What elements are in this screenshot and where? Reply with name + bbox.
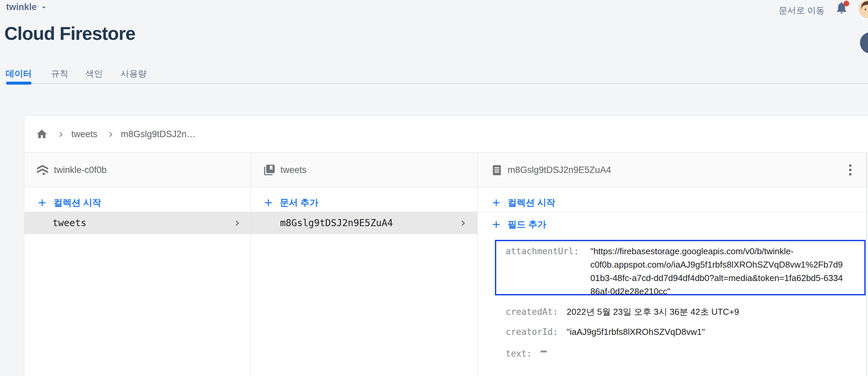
field-value: 2022년 5월 23일 오후 3시 36분 42초 UTC+9 (567, 306, 739, 318)
column-divider (251, 153, 251, 376)
document-column-header: m8Gslg9tDSJ2n9E5ZuA4 (477, 153, 868, 187)
active-tab-indicator (6, 82, 31, 85)
scrollbar-track[interactable] (866, 153, 867, 376)
breadcrumb: tweets m8Gslg9tDSJ2n… (24, 116, 868, 153)
tab-data[interactable]: 데이터 (6, 68, 32, 80)
plus-icon (491, 197, 502, 209)
project-name: twinkle (6, 2, 37, 12)
plus-icon (36, 197, 48, 209)
divider (477, 212, 868, 212)
start-collection-label: 컬렉션 시작 (54, 197, 101, 209)
help-fab-button[interactable] (860, 32, 868, 54)
add-document-label: 문서 추가 (280, 197, 318, 209)
chevron-right-icon (232, 218, 243, 228)
collection-column-header: tweets (251, 153, 477, 187)
chevron-right-icon (458, 218, 468, 228)
breadcrumb-collection[interactable]: tweets (71, 129, 97, 139)
column-divider (477, 153, 477, 376)
collections-bookmark-icon (263, 164, 276, 176)
tabs-divider (6, 83, 868, 84)
tab-usage[interactable]: 사용량 (121, 68, 147, 80)
firestore-icon (36, 163, 49, 177)
kebab-menu-icon[interactable] (848, 164, 852, 177)
collection-row-label: tweets (53, 217, 86, 228)
database-column-header: twinkle-c0f0b (24, 153, 251, 187)
field-value: "iaAJ9g5f1rbfs8lXROhSZVqD8vw1" (567, 327, 705, 337)
field-createdat[interactable]: createdAt: 2022년 5월 23일 오후 3시 36분 42초 UT… (506, 305, 739, 318)
chevron-right-icon (106, 129, 116, 139)
field-value: "" (540, 349, 547, 359)
start-collection-button-document[interactable]: 컬렉션 시작 (491, 197, 555, 209)
chevron-right-icon (56, 129, 66, 139)
field-attachmenturl[interactable]: attachmentUrl: "https://firebasestorage.… (495, 240, 866, 295)
go-to-document-button[interactable]: 문서로 이동 (779, 5, 825, 17)
start-collection-button[interactable]: 컬렉션 시작 (36, 197, 101, 209)
field-key: text: (506, 347, 532, 360)
field-text[interactable]: text: "" (506, 347, 547, 360)
tab-rules[interactable]: 규칙 (51, 68, 68, 80)
firestore-console: twinkle 문서로 이동 Cloud Firestore 데이터 규칙 색인… (0, 0, 868, 376)
tab-indexes[interactable]: 색인 (85, 68, 103, 80)
add-document-button[interactable]: 문서 추가 (263, 197, 318, 209)
field-key: creatorId: (506, 325, 558, 339)
breadcrumb-document[interactable]: m8Gslg9tDSJ2n… (121, 129, 196, 139)
start-collection-label: 컬렉션 시작 (507, 197, 555, 209)
database-title: twinkle-c0f0b (54, 165, 107, 175)
add-field-label: 필드 추가 (507, 218, 547, 230)
firestore-data-panel: tweets m8Gslg9tDSJ2n… twinkle-c0f0b (24, 116, 868, 376)
field-key: createdAt: (506, 305, 558, 318)
caret-down-icon (39, 3, 48, 12)
page-title: Cloud Firestore (4, 23, 135, 44)
field-value: "https://firebasestorage.googleapis.com/… (590, 245, 863, 298)
document-row-label: m8Gslg9tDSJ2n9E5ZuA4 (280, 217, 393, 228)
collection-title: tweets (280, 165, 307, 175)
project-switcher[interactable]: twinkle (6, 2, 48, 12)
document-title: m8Gslg9tDSJ2n9E5ZuA4 (507, 165, 611, 175)
user-avatar[interactable] (859, 0, 868, 18)
collection-list-item[interactable]: tweets (24, 212, 251, 234)
plus-icon (491, 219, 502, 230)
field-key: attachmentUrl: (506, 245, 579, 298)
plus-icon (263, 197, 274, 209)
add-field-button[interactable]: 필드 추가 (491, 218, 547, 230)
notification-badge (844, 1, 849, 6)
document-icon (490, 164, 503, 176)
field-creatorid[interactable]: creatorId: "iaAJ9g5f1rbfs8lXROhSZVqD8vw1… (506, 325, 705, 339)
home-icon[interactable] (36, 128, 48, 140)
notifications-button[interactable] (835, 1, 849, 15)
document-list-item[interactable]: m8Gslg9tDSJ2n9E5ZuA4 (251, 212, 477, 234)
